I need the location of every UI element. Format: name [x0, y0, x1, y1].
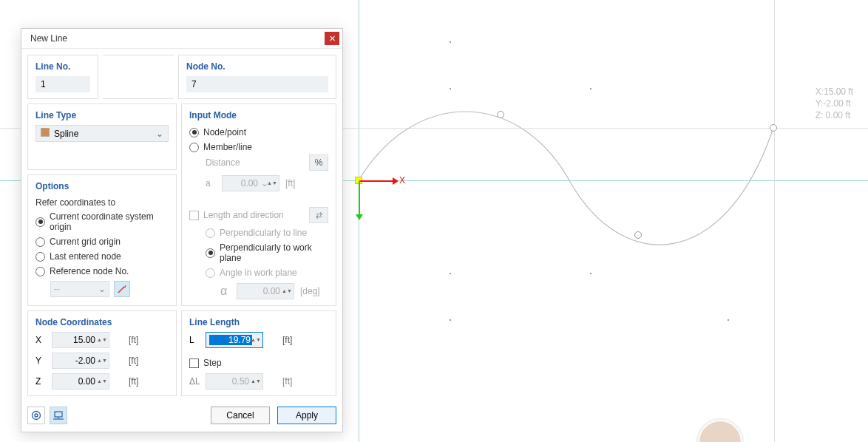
checkbox-icon: [189, 211, 199, 220]
radio-icon: [189, 128, 199, 137]
input-mode-title: Input Mode: [189, 110, 328, 120]
y-axis-arrow: [359, 180, 360, 217]
step-toggle[interactable]: Step: [189, 356, 328, 370]
radio-icon: [206, 248, 215, 258]
radio-icon: [35, 237, 45, 247]
ld-angle[interactable]: Angle in work plane: [189, 265, 328, 280]
opt-last-node[interactable]: Last entered node: [35, 249, 169, 264]
ld-perp-line[interactable]: Perpendicularly to line: [189, 225, 328, 240]
chevron-down-icon: [156, 129, 163, 139]
spline-endpoint-handle[interactable]: [770, 124, 777, 132]
radio-icon: [35, 267, 45, 276]
percent-toggle[interactable]: %: [309, 154, 328, 171]
opt-ref-node[interactable]: Reference node No.: [35, 264, 169, 279]
dialog-title-text: New Line: [30, 33, 67, 44]
spinner-icon: ▲▼: [98, 358, 106, 363]
radio-icon: [206, 228, 215, 238]
spinner-icon: ▲▼: [268, 181, 276, 186]
axis-vertical: [359, 0, 359, 442]
line-type-swatch: [41, 128, 50, 137]
spline-handle[interactable]: [497, 111, 504, 118]
ref-node-select[interactable]: --⌄: [50, 281, 109, 297]
close-icon[interactable]: ✕: [325, 32, 339, 45]
radio-icon: [206, 268, 215, 278]
opt-ccs-origin[interactable]: Current coordinate system origin: [35, 209, 169, 234]
coord-x-input[interactable]: 15.00▲▼: [52, 332, 109, 348]
radio-icon: [189, 143, 199, 152]
distance-input[interactable]: 0.00 ⌄ ▲▼: [222, 175, 279, 191]
x-axis-arrow: [359, 180, 396, 182]
guide-vertical: [774, 0, 775, 442]
spline-handle[interactable]: [634, 231, 642, 239]
swap-icon[interactable]: ⇄: [309, 207, 328, 223]
distance-label: Distance: [206, 157, 240, 168]
svg-point-1: [33, 412, 41, 420]
line-type-label: Line Type: [35, 110, 169, 120]
svg-rect-3: [55, 412, 62, 417]
checkbox-icon: [189, 358, 199, 368]
line-length-title: Line Length: [189, 317, 328, 327]
help-icon[interactable]: [27, 407, 45, 424]
options-title: Options: [35, 181, 169, 191]
step-input[interactable]: 0.50▲▼: [206, 373, 263, 390]
svg-line-0: [118, 287, 124, 293]
length-input[interactable]: 19.79▲▼: [206, 332, 263, 348]
dialog-title-bar[interactable]: New Line ✕: [21, 29, 342, 49]
coordinate-readout: X:15.00 ft Y:-2.00 ft Z: 0.00 ft: [816, 86, 853, 121]
apply-button[interactable]: Apply: [277, 407, 336, 424]
spinner-icon: ▲▼: [98, 338, 106, 342]
pick-node-icon[interactable]: [114, 281, 130, 297]
opt-grid-origin[interactable]: Current grid origin: [35, 234, 169, 249]
coord-y-input[interactable]: -2.00▲▼: [52, 353, 109, 369]
spinner-icon: ▲▼: [283, 289, 291, 293]
alpha-input[interactable]: 0.00 ▲▼: [237, 283, 294, 299]
node-no-input[interactable]: [186, 76, 328, 92]
ld-perp-work-plane[interactable]: Perpendicularly to work plane: [189, 240, 328, 265]
length-and-direction[interactable]: Length and direction ⇄: [189, 205, 328, 225]
spinner-icon: ▲▼: [252, 338, 260, 342]
avatar: [698, 420, 742, 442]
new-line-dialog: New Line ✕ Line No. Node No. Line: [21, 28, 343, 432]
spinner-icon: ▲▼: [252, 379, 260, 384]
cancel-button[interactable]: Cancel: [211, 407, 270, 424]
line-no-label: Line No.: [35, 61, 90, 72]
line-type-select[interactable]: Spline: [35, 125, 169, 142]
radio-icon: [35, 252, 45, 262]
options-subhead: Refer coordinates to: [35, 196, 169, 209]
mode-node-point[interactable]: Node/point: [189, 125, 328, 140]
x-axis-label: X: [399, 175, 405, 186]
node-coords-title: Node Coordinates: [35, 317, 169, 327]
node-no-label: Node No.: [186, 61, 328, 72]
mode-member-line[interactable]: Member/line: [189, 140, 328, 154]
coord-z-input[interactable]: 0.00▲▼: [52, 373, 109, 390]
radio-icon: [35, 217, 45, 227]
svg-point-2: [35, 414, 38, 417]
line-no-input[interactable]: [35, 76, 90, 92]
spinner-icon: ▲▼: [98, 379, 106, 384]
workplane-icon[interactable]: [50, 407, 67, 424]
